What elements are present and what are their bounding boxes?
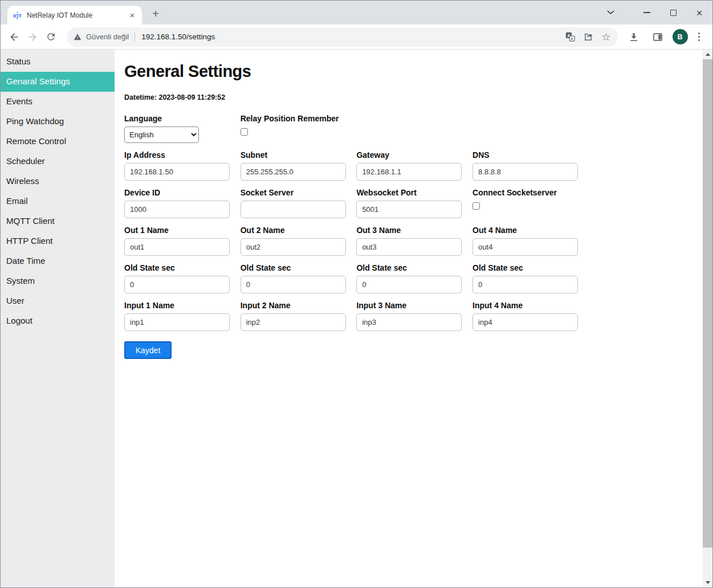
window-controls: × [597, 1, 712, 24]
address-bar[interactable]: Güvenli değil 192.168.1.50/settings A a [67, 27, 618, 47]
page-title: General Settings [124, 62, 693, 81]
sidebar-item-system[interactable]: System [1, 271, 115, 291]
input4-name-input[interactable] [472, 313, 578, 331]
old-state-sec-4-label: Old State sec [472, 263, 589, 272]
out2-name-input[interactable] [241, 238, 346, 256]
sidebar-item-email[interactable]: Email [1, 191, 115, 211]
old-state-sec-4-input[interactable] [472, 276, 578, 293]
out3-name-input[interactable] [356, 238, 462, 256]
page-content: Status Genaral Settings Events Ping Watc… [1, 50, 712, 587]
relay-position-remember-label: Relay Position Remember [241, 114, 357, 123]
ip-address-input[interactable] [124, 163, 230, 181]
language-label: Language [124, 114, 241, 123]
settings-form: Language English Relay Position Remember… [124, 114, 693, 359]
out3-name-label: Out 3 Name [356, 226, 472, 235]
input4-name-label: Input 4 Name [472, 301, 589, 310]
new-tab-button[interactable]: + [148, 6, 164, 22]
scrollbar-down-arrow-icon[interactable] [703, 578, 712, 587]
tab-close-icon[interactable]: × [127, 10, 137, 21]
old-state-sec-1-label: Old State sec [124, 263, 241, 272]
reload-button[interactable] [42, 28, 59, 46]
sidebar-item-mqtt-client[interactable]: MQTT Client [1, 211, 115, 231]
relay-position-remember-checkbox[interactable] [241, 128, 248, 136]
sidebar-item-scheduler[interactable]: Scheduler [1, 152, 115, 172]
page-scrollbar[interactable] [703, 50, 712, 587]
out4-name-label: Out 4 Name [472, 226, 589, 235]
old-state-sec-2-input[interactable] [241, 276, 346, 293]
download-icon[interactable] [625, 28, 642, 46]
input1-name-input[interactable] [124, 313, 230, 331]
tab-search-chevron-icon[interactable] [597, 3, 624, 22]
back-button[interactable] [6, 28, 23, 46]
translate-icon[interactable]: A a [565, 32, 575, 42]
input1-name-label: Input 1 Name [124, 301, 241, 310]
sidebar-item-logout[interactable]: Logout [1, 311, 115, 331]
sidebar-nav: Status Genaral Settings Events Ping Watc… [1, 50, 115, 587]
socket-server-label: Socket Server [241, 188, 357, 197]
connect-socketserver-label: Connect Socketserver [472, 188, 589, 197]
sidebar-item-http-client[interactable]: HTTP Client [1, 231, 115, 251]
language-select[interactable]: English [124, 126, 199, 143]
dns-label: DNS [472, 150, 589, 160]
close-window-button[interactable]: × [686, 3, 712, 22]
out1-name-label: Out 1 Name [124, 226, 241, 235]
minimize-button[interactable] [634, 3, 660, 22]
share-icon[interactable] [583, 32, 593, 42]
sidebar-item-ping-watchdog[interactable]: Ping Watchdog [1, 112, 115, 132]
profile-avatar[interactable]: B [673, 29, 688, 44]
sidebar-item-events[interactable]: Events [1, 92, 115, 112]
bookmark-star-icon[interactable]: ☆ [601, 32, 610, 42]
sidebar-item-wireless[interactable]: Wireless [1, 172, 115, 191]
svg-text:IOT: IOT [13, 13, 22, 18]
device-id-input[interactable] [124, 201, 230, 218]
sidebar-item-general-settings[interactable]: Genaral Settings [1, 72, 115, 92]
sidebar-item-remote-control[interactable]: Remote Control [1, 132, 115, 152]
sidebar-item-status[interactable]: Status [1, 52, 115, 72]
out4-name-input[interactable] [472, 238, 578, 256]
scrollbar-up-arrow-icon[interactable] [703, 50, 712, 59]
subnet-label: Subnet [241, 150, 357, 160]
sidebar-item-date-time[interactable]: Date Time [1, 251, 115, 271]
device-id-label: Device ID [124, 188, 241, 197]
url-text: 192.168.1.50/settings [141, 32, 215, 41]
svg-text:a: a [571, 36, 573, 40]
connect-socketserver-checkbox[interactable] [472, 202, 480, 210]
old-state-sec-3-label: Old State sec [356, 263, 472, 272]
side-panel-icon[interactable] [649, 28, 666, 46]
websocket-port-label: Websocket Port [356, 188, 472, 197]
maximize-button[interactable] [660, 3, 686, 22]
gateway-label: Gateway [356, 150, 472, 160]
security-status-text: Güvenli değil [86, 32, 129, 41]
input3-name-label: Input 3 Name [356, 301, 472, 310]
subnet-input[interactable] [241, 163, 346, 181]
tab-title: NetRelay IOT Module [27, 11, 127, 19]
sidebar-item-user[interactable]: User [1, 291, 115, 311]
url-divider [135, 32, 135, 42]
out2-name-label: Out 2 Name [241, 226, 357, 235]
ip-address-label: Ip Address [124, 150, 241, 160]
input3-name-input[interactable] [356, 313, 462, 331]
browser-window: IOT NetRelay IOT Module × + × [0, 0, 713, 588]
old-state-sec-3-input[interactable] [356, 276, 462, 293]
forward-button[interactable] [24, 28, 41, 46]
dns-input[interactable] [472, 163, 578, 181]
browser-toolbar: Güvenli değil 192.168.1.50/settings A a [1, 24, 712, 50]
browser-menu-icon[interactable] [694, 30, 705, 44]
input2-name-label: Input 2 Name [241, 301, 357, 310]
out1-name-input[interactable] [124, 238, 230, 256]
browser-tab[interactable]: IOT NetRelay IOT Module × [7, 6, 142, 24]
old-state-sec-1-input[interactable] [124, 276, 230, 293]
not-secure-warning-icon [74, 33, 82, 41]
gateway-input[interactable] [356, 163, 462, 181]
input2-name-input[interactable] [241, 313, 346, 331]
websocket-port-input[interactable] [356, 201, 462, 218]
save-button[interactable]: Kaydet [124, 341, 172, 359]
socket-server-input[interactable] [241, 201, 346, 218]
old-state-sec-2-label: Old State sec [241, 263, 357, 272]
site-favicon-iot-icon: IOT [13, 11, 22, 20]
datetime-text: Datetime: 2023-08-09 11:29:52 [124, 93, 693, 101]
tab-strip: IOT NetRelay IOT Module × + × [1, 1, 712, 24]
scrollbar-thumb[interactable] [703, 59, 712, 548]
settings-main: General Settings Datetime: 2023-08-09 11… [115, 50, 712, 587]
